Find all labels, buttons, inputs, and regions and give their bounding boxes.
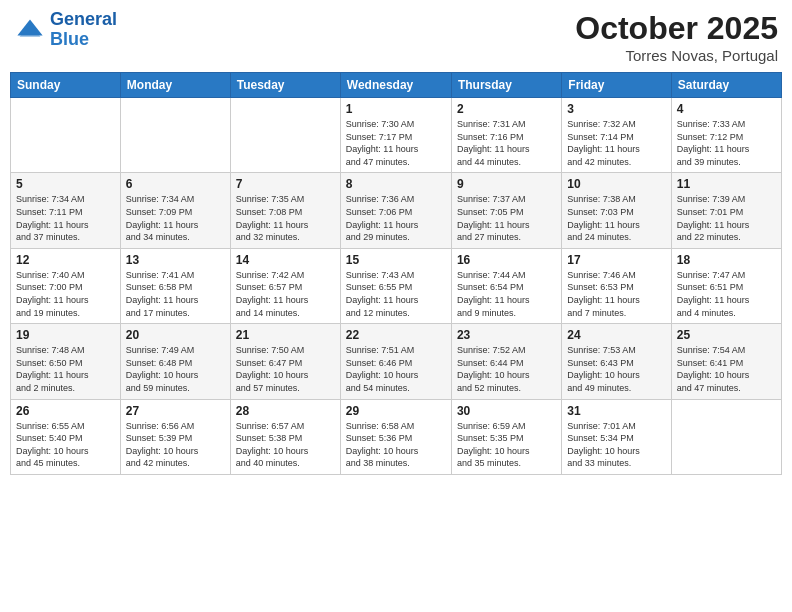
calendar-cell [120,98,230,173]
calendar-cell: 17Sunrise: 7:46 AM Sunset: 6:53 PM Dayli… [562,248,671,323]
calendar-cell: 8Sunrise: 7:36 AM Sunset: 7:06 PM Daylig… [340,173,451,248]
page-header: GeneralBlue October 2025 Torres Novas, P… [10,10,782,64]
day-number: 16 [457,253,556,267]
weekday-header-friday: Friday [562,73,671,98]
day-info: Sunrise: 7:47 AM Sunset: 6:51 PM Dayligh… [677,269,776,319]
weekday-header-tuesday: Tuesday [230,73,340,98]
day-number: 4 [677,102,776,116]
calendar-cell: 10Sunrise: 7:38 AM Sunset: 7:03 PM Dayli… [562,173,671,248]
weekday-header-row: SundayMondayTuesdayWednesdayThursdayFrid… [11,73,782,98]
day-info: Sunrise: 7:01 AM Sunset: 5:34 PM Dayligh… [567,420,665,470]
calendar-cell [230,98,340,173]
day-number: 13 [126,253,225,267]
day-number: 22 [346,328,446,342]
calendar-cell: 16Sunrise: 7:44 AM Sunset: 6:54 PM Dayli… [451,248,561,323]
week-row-5: 26Sunrise: 6:55 AM Sunset: 5:40 PM Dayli… [11,399,782,474]
day-number: 5 [16,177,115,191]
day-info: Sunrise: 7:43 AM Sunset: 6:55 PM Dayligh… [346,269,446,319]
day-number: 3 [567,102,665,116]
calendar-cell: 20Sunrise: 7:49 AM Sunset: 6:48 PM Dayli… [120,324,230,399]
day-number: 10 [567,177,665,191]
day-info: Sunrise: 6:55 AM Sunset: 5:40 PM Dayligh… [16,420,115,470]
day-info: Sunrise: 7:34 AM Sunset: 7:11 PM Dayligh… [16,193,115,243]
day-info: Sunrise: 7:32 AM Sunset: 7:14 PM Dayligh… [567,118,665,168]
day-number: 17 [567,253,665,267]
location-title: Torres Novas, Portugal [575,47,778,64]
weekday-header-wednesday: Wednesday [340,73,451,98]
day-info: Sunrise: 7:39 AM Sunset: 7:01 PM Dayligh… [677,193,776,243]
calendar-cell: 2Sunrise: 7:31 AM Sunset: 7:16 PM Daylig… [451,98,561,173]
calendar-cell: 27Sunrise: 6:56 AM Sunset: 5:39 PM Dayli… [120,399,230,474]
day-number: 25 [677,328,776,342]
day-info: Sunrise: 7:36 AM Sunset: 7:06 PM Dayligh… [346,193,446,243]
calendar-cell: 14Sunrise: 7:42 AM Sunset: 6:57 PM Dayli… [230,248,340,323]
day-number: 24 [567,328,665,342]
day-info: Sunrise: 7:41 AM Sunset: 6:58 PM Dayligh… [126,269,225,319]
day-info: Sunrise: 7:52 AM Sunset: 6:44 PM Dayligh… [457,344,556,394]
calendar-cell: 1Sunrise: 7:30 AM Sunset: 7:17 PM Daylig… [340,98,451,173]
day-info: Sunrise: 7:31 AM Sunset: 7:16 PM Dayligh… [457,118,556,168]
day-number: 9 [457,177,556,191]
day-info: Sunrise: 7:40 AM Sunset: 7:00 PM Dayligh… [16,269,115,319]
day-number: 20 [126,328,225,342]
day-number: 7 [236,177,335,191]
day-info: Sunrise: 7:35 AM Sunset: 7:08 PM Dayligh… [236,193,335,243]
weekday-header-sunday: Sunday [11,73,121,98]
calendar-cell: 22Sunrise: 7:51 AM Sunset: 6:46 PM Dayli… [340,324,451,399]
calendar-cell: 28Sunrise: 6:57 AM Sunset: 5:38 PM Dayli… [230,399,340,474]
day-info: Sunrise: 7:48 AM Sunset: 6:50 PM Dayligh… [16,344,115,394]
calendar-cell: 19Sunrise: 7:48 AM Sunset: 6:50 PM Dayli… [11,324,121,399]
day-info: Sunrise: 7:37 AM Sunset: 7:05 PM Dayligh… [457,193,556,243]
logo-icon [16,16,44,44]
calendar-cell: 9Sunrise: 7:37 AM Sunset: 7:05 PM Daylig… [451,173,561,248]
calendar-cell: 30Sunrise: 6:59 AM Sunset: 5:35 PM Dayli… [451,399,561,474]
day-info: Sunrise: 6:56 AM Sunset: 5:39 PM Dayligh… [126,420,225,470]
calendar-cell [11,98,121,173]
day-info: Sunrise: 7:33 AM Sunset: 7:12 PM Dayligh… [677,118,776,168]
calendar-table: SundayMondayTuesdayWednesdayThursdayFrid… [10,72,782,475]
calendar-cell: 24Sunrise: 7:53 AM Sunset: 6:43 PM Dayli… [562,324,671,399]
week-row-1: 1Sunrise: 7:30 AM Sunset: 7:17 PM Daylig… [11,98,782,173]
calendar-cell: 31Sunrise: 7:01 AM Sunset: 5:34 PM Dayli… [562,399,671,474]
title-area: October 2025 Torres Novas, Portugal [575,10,778,64]
day-number: 14 [236,253,335,267]
day-info: Sunrise: 7:50 AM Sunset: 6:47 PM Dayligh… [236,344,335,394]
day-number: 30 [457,404,556,418]
day-info: Sunrise: 7:49 AM Sunset: 6:48 PM Dayligh… [126,344,225,394]
day-info: Sunrise: 7:44 AM Sunset: 6:54 PM Dayligh… [457,269,556,319]
calendar-cell [671,399,781,474]
weekday-header-monday: Monday [120,73,230,98]
calendar-cell: 13Sunrise: 7:41 AM Sunset: 6:58 PM Dayli… [120,248,230,323]
calendar-cell: 15Sunrise: 7:43 AM Sunset: 6:55 PM Dayli… [340,248,451,323]
calendar-cell: 29Sunrise: 6:58 AM Sunset: 5:36 PM Dayli… [340,399,451,474]
calendar-cell: 6Sunrise: 7:34 AM Sunset: 7:09 PM Daylig… [120,173,230,248]
day-info: Sunrise: 7:30 AM Sunset: 7:17 PM Dayligh… [346,118,446,168]
month-title: October 2025 [575,10,778,47]
day-number: 11 [677,177,776,191]
day-number: 31 [567,404,665,418]
day-number: 26 [16,404,115,418]
day-number: 19 [16,328,115,342]
logo-text: GeneralBlue [50,10,117,50]
calendar-cell: 5Sunrise: 7:34 AM Sunset: 7:11 PM Daylig… [11,173,121,248]
week-row-2: 5Sunrise: 7:34 AM Sunset: 7:11 PM Daylig… [11,173,782,248]
calendar-cell: 3Sunrise: 7:32 AM Sunset: 7:14 PM Daylig… [562,98,671,173]
day-number: 1 [346,102,446,116]
calendar-cell: 4Sunrise: 7:33 AM Sunset: 7:12 PM Daylig… [671,98,781,173]
day-info: Sunrise: 6:58 AM Sunset: 5:36 PM Dayligh… [346,420,446,470]
day-info: Sunrise: 7:38 AM Sunset: 7:03 PM Dayligh… [567,193,665,243]
day-info: Sunrise: 7:51 AM Sunset: 6:46 PM Dayligh… [346,344,446,394]
day-number: 23 [457,328,556,342]
day-info: Sunrise: 7:46 AM Sunset: 6:53 PM Dayligh… [567,269,665,319]
calendar-cell: 21Sunrise: 7:50 AM Sunset: 6:47 PM Dayli… [230,324,340,399]
weekday-header-thursday: Thursday [451,73,561,98]
day-info: Sunrise: 7:54 AM Sunset: 6:41 PM Dayligh… [677,344,776,394]
day-number: 12 [16,253,115,267]
day-info: Sunrise: 7:53 AM Sunset: 6:43 PM Dayligh… [567,344,665,394]
week-row-4: 19Sunrise: 7:48 AM Sunset: 6:50 PM Dayli… [11,324,782,399]
day-info: Sunrise: 7:34 AM Sunset: 7:09 PM Dayligh… [126,193,225,243]
week-row-3: 12Sunrise: 7:40 AM Sunset: 7:00 PM Dayli… [11,248,782,323]
weekday-header-saturday: Saturday [671,73,781,98]
calendar-cell: 25Sunrise: 7:54 AM Sunset: 6:41 PM Dayli… [671,324,781,399]
day-number: 27 [126,404,225,418]
